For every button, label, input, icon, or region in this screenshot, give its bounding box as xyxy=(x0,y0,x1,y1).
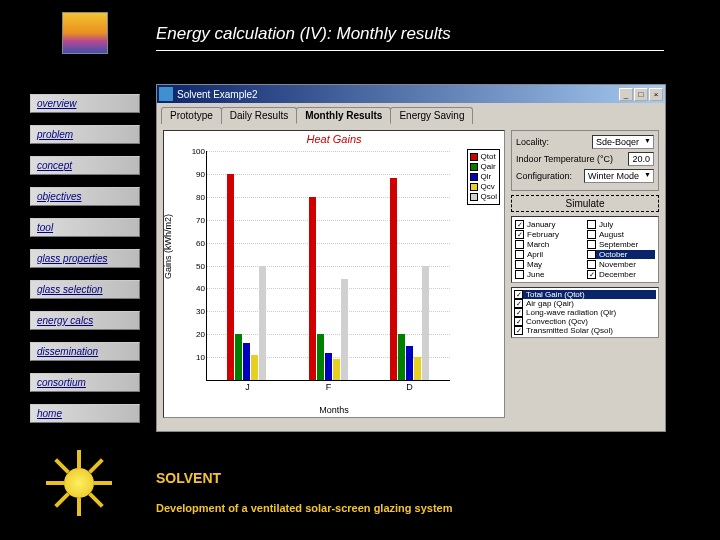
sidebar-item-dissemination[interactable]: dissemination xyxy=(30,342,140,361)
chart-ylabel: Gains (kWh/m2) xyxy=(163,214,173,279)
bar xyxy=(243,343,250,380)
gain-checkbox[interactable]: ✓Air gap (Qair) xyxy=(514,299,656,308)
bar xyxy=(251,355,258,380)
locality-select[interactable]: Sde-Boqer xyxy=(592,135,654,149)
sidebar-item-problem[interactable]: problem xyxy=(30,125,140,144)
bar xyxy=(235,334,242,380)
sidebar-item-glass-properties[interactable]: glass properties xyxy=(30,249,140,268)
legend-item: Qair xyxy=(470,162,497,172)
bar xyxy=(317,334,324,380)
tab-strip: Prototype Daily Results Monthly Results … xyxy=(157,103,665,124)
sidebar-item-tool[interactable]: tool xyxy=(30,218,140,237)
legend-item: Qtot xyxy=(470,152,497,162)
app-window: Solvent Example2 _ □ × Prototype Daily R… xyxy=(156,84,666,432)
legend-item: Qsol xyxy=(470,192,497,202)
sidebar-item-glass-selection[interactable]: glass selection xyxy=(30,280,140,299)
config-label: Configuration: xyxy=(516,171,572,181)
gain-checkbox[interactable]: ✓Transmitted Solar (Qsol) xyxy=(514,326,656,335)
month-checkbox[interactable]: ✓January xyxy=(515,220,583,229)
controls-panel: Locality: Sde-Boqer Indoor Temperature (… xyxy=(511,130,659,418)
footer-subtitle: Development of a ventilated solar-screen… xyxy=(156,502,452,514)
bar xyxy=(390,178,397,380)
sidebar-nav: overview problem concept objectives tool… xyxy=(30,94,140,435)
sidebar-item-energy-calcs[interactable]: energy calcs xyxy=(30,311,140,330)
title-underline xyxy=(156,50,664,51)
legend-item: Qlr xyxy=(470,172,497,182)
header-logo xyxy=(62,12,108,54)
bar xyxy=(259,266,266,381)
sidebar-item-consortium[interactable]: consortium xyxy=(30,373,140,392)
bar xyxy=(406,346,413,380)
bar xyxy=(325,353,332,380)
page-title: Energy calculation (IV): Monthly results xyxy=(156,24,451,44)
chart-panel: Heat Gains QtotQairQlrQcvQsol Gains (kWh… xyxy=(163,130,505,418)
config-select[interactable]: Winter Mode xyxy=(584,169,654,183)
month-checkbox[interactable]: August xyxy=(587,230,655,239)
bar xyxy=(227,174,234,380)
footer-title: SOLVENT xyxy=(156,470,221,486)
gain-checkbox[interactable]: ✓Long-wave radiation (Qlr) xyxy=(514,308,656,317)
bar xyxy=(398,334,405,380)
window-titlebar: Solvent Example2 _ □ × xyxy=(157,85,665,103)
month-checkbox[interactable]: ✓December xyxy=(587,270,655,279)
bar xyxy=(309,197,316,380)
chart-title: Heat Gains xyxy=(164,133,504,145)
month-checklist: ✓JanuaryJuly✓FebruaryAugustMarchSeptembe… xyxy=(511,216,659,283)
chart-plot-area: 102030405060708090100JFD xyxy=(206,151,450,381)
month-checkbox[interactable]: March xyxy=(515,240,583,249)
tab-daily-results[interactable]: Daily Results xyxy=(221,107,297,124)
temp-label: Indoor Temperature (°C) xyxy=(516,154,613,164)
tab-energy-saving[interactable]: Energy Saving xyxy=(390,107,473,124)
tab-monthly-results[interactable]: Monthly Results xyxy=(296,107,391,124)
app-icon xyxy=(159,87,173,101)
month-checkbox[interactable]: October xyxy=(587,250,655,259)
month-checkbox[interactable]: November xyxy=(587,260,655,269)
maximize-button[interactable]: □ xyxy=(634,88,648,101)
gain-checkbox[interactable]: ✓Convection (Qcv) xyxy=(514,317,656,326)
sun-icon xyxy=(44,448,114,518)
month-checkbox[interactable]: June xyxy=(515,270,583,279)
window-title: Solvent Example2 xyxy=(177,89,619,100)
sidebar-item-objectives[interactable]: objectives xyxy=(30,187,140,206)
chart-xlabel: Months xyxy=(319,405,349,415)
bar xyxy=(422,266,429,381)
close-button[interactable]: × xyxy=(649,88,663,101)
month-checkbox[interactable]: July xyxy=(587,220,655,229)
sidebar-item-home[interactable]: home xyxy=(30,404,140,423)
gains-checklist: ✓Total Gain (Qtot)✓Air gap (Qair)✓Long-w… xyxy=(511,287,659,338)
tab-prototype[interactable]: Prototype xyxy=(161,107,222,124)
month-checkbox[interactable]: ✓February xyxy=(515,230,583,239)
month-checkbox[interactable]: April xyxy=(515,250,583,259)
sidebar-item-overview[interactable]: overview xyxy=(30,94,140,113)
chart-legend: QtotQairQlrQcvQsol xyxy=(467,149,500,205)
bar xyxy=(341,279,348,380)
month-checkbox[interactable]: September xyxy=(587,240,655,249)
gain-checkbox[interactable]: ✓Total Gain (Qtot) xyxy=(514,290,656,299)
month-checkbox[interactable]: May xyxy=(515,260,583,269)
simulate-button[interactable]: Simulate xyxy=(511,195,659,212)
bar xyxy=(333,359,340,380)
minimize-button[interactable]: _ xyxy=(619,88,633,101)
legend-item: Qcv xyxy=(470,182,497,192)
temp-input[interactable]: 20.0 xyxy=(628,152,654,166)
locality-label: Locality: xyxy=(516,137,549,147)
bar xyxy=(414,357,421,380)
sidebar-item-concept[interactable]: concept xyxy=(30,156,140,175)
